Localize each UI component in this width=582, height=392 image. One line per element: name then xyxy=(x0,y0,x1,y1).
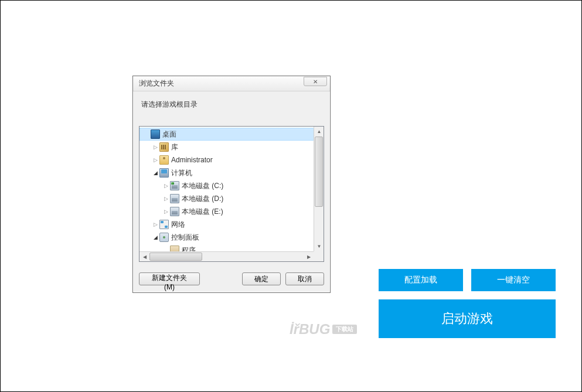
tree-label: 控制面板 xyxy=(171,233,199,243)
scroll-down-icon[interactable]: ▼ xyxy=(314,241,324,251)
scroll-thumb[interactable] xyxy=(149,253,202,261)
user-icon xyxy=(159,155,169,165)
tree-label: 本地磁盘 (C:) xyxy=(182,181,223,191)
expand-open-icon[interactable]: ◢ xyxy=(151,233,159,241)
expand-collapsed-icon[interactable]: ▷ xyxy=(151,143,159,151)
right-panel: 配置加载 一键清空 启动游戏 xyxy=(379,269,556,338)
dialog-body: 请选择游戏根目录 桌面 ▷ 库 ▷ xyxy=(133,91,330,292)
vertical-scrollbar[interactable]: ▲ ▼ xyxy=(314,127,324,251)
spacer xyxy=(205,272,237,285)
scroll-thumb[interactable] xyxy=(315,137,323,207)
tree-label: 桌面 xyxy=(162,129,176,139)
scroll-corner xyxy=(314,251,324,261)
disk-icon xyxy=(170,194,179,203)
expand-collapsed-icon[interactable]: ▷ xyxy=(162,182,170,190)
title-bar[interactable]: 浏览文件夹 ✕ xyxy=(133,76,330,91)
folder-tree-container: 桌面 ▷ 库 ▷ Administrator ◢ 计 xyxy=(139,126,324,262)
ok-button[interactable]: 确定 xyxy=(242,272,281,285)
control-panel-icon xyxy=(159,233,169,242)
close-button[interactable]: ✕ xyxy=(304,77,327,86)
tree-label: Administrator xyxy=(171,156,213,164)
tree-item-desktop[interactable]: 桌面 xyxy=(139,128,324,141)
launch-game-button[interactable]: 启动游戏 xyxy=(379,299,556,338)
expand-collapsed-icon[interactable]: ▷ xyxy=(162,207,170,216)
expand-collapsed-icon[interactable]: ▷ xyxy=(151,156,159,164)
tree-item-library[interactable]: ▷ 库 xyxy=(139,141,324,154)
tree-item-computer[interactable]: ◢ 计算机 xyxy=(139,166,324,179)
tree-item-disk-d[interactable]: ▷ 本地磁盘 (D:) xyxy=(139,192,324,205)
new-folder-button[interactable]: 新建文件夹 (M) xyxy=(139,272,200,285)
folder-tree[interactable]: 桌面 ▷ 库 ▷ Administrator ◢ 计 xyxy=(139,127,324,258)
disk-icon xyxy=(170,181,179,190)
watermark-text: İřBUG xyxy=(290,321,330,338)
tree-item-control-panel[interactable]: ◢ 控制面板 xyxy=(139,231,324,244)
watermark: İřBUG 下载站 xyxy=(290,321,357,338)
library-icon xyxy=(159,142,169,152)
config-load-button[interactable]: 配置加载 xyxy=(379,269,463,291)
watermark-badge: 下载站 xyxy=(332,325,357,334)
expand-icon xyxy=(142,130,151,138)
tree-label: 本地磁盘 (E:) xyxy=(182,207,223,217)
computer-icon xyxy=(159,168,169,178)
scroll-left-icon[interactable]: ◀ xyxy=(139,252,149,262)
dialog-actions: 新建文件夹 (M) 确定 取消 xyxy=(139,272,324,285)
tree-item-disk-c[interactable]: ▷ 本地磁盘 (C:) xyxy=(139,179,324,192)
desktop-icon xyxy=(151,129,160,139)
disk-icon xyxy=(170,207,179,216)
tree-label: 计算机 xyxy=(171,168,192,178)
tree-item-administrator[interactable]: ▷ Administrator xyxy=(139,154,324,166)
tree-item-network[interactable]: ▷ 网络 xyxy=(139,218,324,231)
dialog-prompt: 请选择游戏根目录 xyxy=(141,100,324,110)
tree-label: 库 xyxy=(171,142,178,152)
cancel-button[interactable]: 取消 xyxy=(285,272,324,285)
expand-collapsed-icon[interactable]: ▷ xyxy=(162,195,170,203)
clear-all-button[interactable]: 一键清空 xyxy=(471,269,556,291)
horizontal-scrollbar[interactable]: ◀ ▶ xyxy=(139,251,314,261)
dialog-title: 浏览文件夹 xyxy=(139,79,174,88)
browse-folder-dialog: 浏览文件夹 ✕ 请选择游戏根目录 桌面 ▷ 库 xyxy=(132,76,331,293)
scroll-up-icon[interactable]: ▲ xyxy=(314,127,324,137)
tree-item-disk-e[interactable]: ▷ 本地磁盘 (E:) xyxy=(139,205,324,218)
tree-label: 网络 xyxy=(171,220,185,230)
tree-label: 本地磁盘 (D:) xyxy=(182,194,223,204)
scroll-right-icon[interactable]: ▶ xyxy=(304,252,314,262)
expand-collapsed-icon[interactable]: ▷ xyxy=(151,220,159,229)
network-icon xyxy=(159,220,169,229)
expand-open-icon[interactable]: ◢ xyxy=(151,169,159,177)
button-row: 配置加载 一键清空 xyxy=(379,269,556,291)
